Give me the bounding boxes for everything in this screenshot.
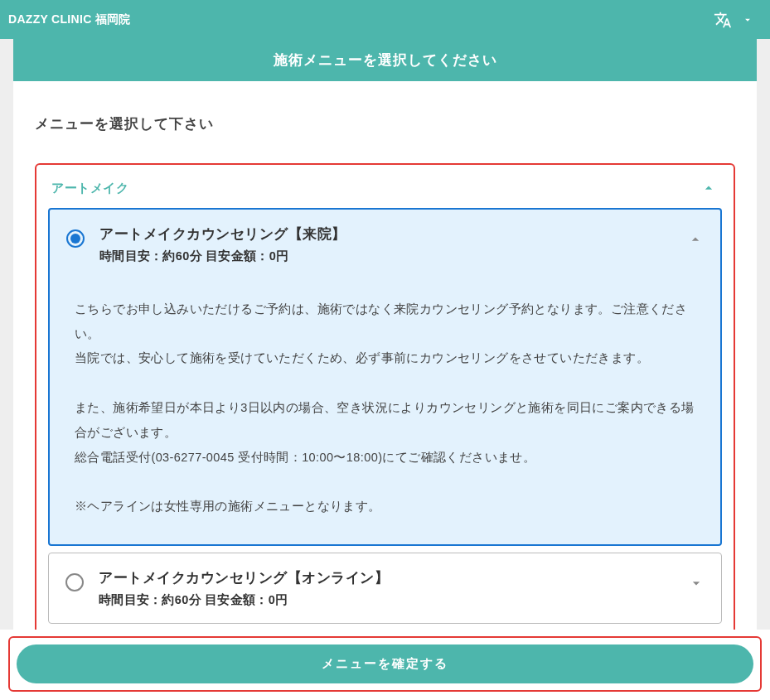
category-title: アートメイク xyxy=(51,181,128,196)
desc-line: こちらでお申し込みいただけるご予約は、施術ではなく来院カウンセリング予約となりま… xyxy=(75,297,695,346)
menu-option-header[interactable]: アートメイクカウンセリング【来院】 時間目安：約60分 目安金額：0円 xyxy=(50,210,720,279)
radio-dot xyxy=(70,234,80,244)
option-subtitle: 時間目安：約60分 目安金額：0円 xyxy=(99,249,672,264)
menu-option: アートメイクカウンセリング【来院】 時間目安：約60分 目安金額：0円 こちらで… xyxy=(48,208,722,546)
radio-button[interactable] xyxy=(66,229,85,248)
step-banner: 施術メニューを選択してください xyxy=(13,39,757,81)
desc-line: 総合電話受付(03-6277-0045 受付時間：10:00〜18:00)にてご… xyxy=(75,446,695,471)
chevron-up-icon xyxy=(700,180,717,196)
footer-highlight: メニューを確定する xyxy=(8,636,762,692)
option-title: アートメイクカウンセリング【オンライン】 xyxy=(99,568,673,587)
chevron-down-icon xyxy=(742,14,753,26)
confirm-menu-button[interactable]: メニューを確定する xyxy=(17,644,753,683)
language-selector[interactable] xyxy=(714,11,753,29)
main-content: 施術メニューを選択してください メニューを選択して下さい アートメイク アートメ… xyxy=(13,39,757,659)
clinic-title: DAZZY CLINIC 福岡院 xyxy=(8,12,131,27)
desc-line: また、施術希望日が本日より3日以内の場合、空き状況によりカウンセリングと施術を同… xyxy=(75,396,695,445)
desc-line: ※ヘアラインは女性専用の施術メニューとなります。 xyxy=(75,495,695,519)
option-subtitle: 時間目安：約60分 目安金額：0円 xyxy=(99,592,673,608)
menu-option: アートメイクカウンセリング【オンライン】 時間目安：約60分 目安金額：0円 xyxy=(48,553,722,624)
chevron-up-icon xyxy=(687,231,704,248)
translate-icon xyxy=(714,11,732,29)
instruction-text: メニューを選択して下さい xyxy=(35,114,735,133)
option-description: こちらでお申し込みいただけるご予約は、施術ではなく来院カウンセリング予約となりま… xyxy=(50,279,720,544)
category-header[interactable]: アートメイク xyxy=(48,176,722,208)
menu-option-header[interactable]: アートメイクカウンセリング【オンライン】 時間目安：約60分 目安金額：0円 xyxy=(49,553,721,623)
app-header: DAZZY CLINIC 福岡院 xyxy=(0,0,770,39)
desc-line: 当院では、安心して施術を受けていただくため、必ず事前にカウンセリングをさせていた… xyxy=(75,346,695,371)
radio-button[interactable] xyxy=(65,573,84,591)
footer-bar: メニューを確定する xyxy=(0,630,770,700)
option-title: アートメイクカウンセリング【来院】 xyxy=(99,224,672,244)
chevron-down-icon xyxy=(688,575,705,591)
category-panel: アートメイク アートメイクカウンセリング【来院】 時間目安：約60分 目安金額：… xyxy=(35,163,735,637)
